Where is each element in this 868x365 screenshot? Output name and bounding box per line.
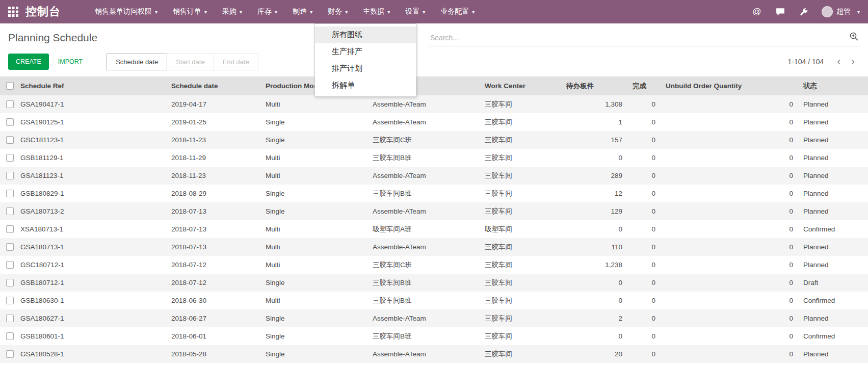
table-cell: Multi <box>260 95 367 113</box>
row-select-cell <box>0 220 15 238</box>
table-cell: Planned <box>798 185 868 202</box>
table-cell: 157 <box>561 131 627 149</box>
row-checkbox[interactable] <box>6 297 14 304</box>
chat-icon[interactable] <box>775 6 786 17</box>
row-checkbox[interactable] <box>6 243 14 251</box>
nav-menu-label: 销售订单 <box>173 7 201 16</box>
row-checkbox[interactable] <box>6 136 14 144</box>
row-select-cell <box>0 345 15 363</box>
user-menu[interactable]: 超管 ▾ <box>822 6 860 17</box>
row-checkbox[interactable] <box>6 118 14 126</box>
row-checkbox[interactable] <box>6 315 14 322</box>
date-filter-button[interactable]: Start date <box>167 54 214 70</box>
column-header[interactable]: 完成 <box>627 76 661 95</box>
apps-grid-icon[interactable] <box>8 7 18 17</box>
table-cell: Confirmed <box>798 220 868 238</box>
table-cell: 0 <box>561 274 627 292</box>
nav-menu-item[interactable]: 制造 ▾ <box>285 0 320 23</box>
select-all-checkbox[interactable] <box>6 82 14 90</box>
table-cell: Single <box>260 274 367 292</box>
pager-next-icon[interactable]: › <box>846 56 860 67</box>
wrench-icon[interactable] <box>798 6 809 17</box>
column-header[interactable]: Work Center <box>480 76 561 95</box>
table-cell: 三胶车间 <box>480 113 561 131</box>
row-checkbox[interactable] <box>6 332 14 340</box>
row-checkbox[interactable] <box>6 154 14 162</box>
table-row[interactable]: GSA180713-22018-07-13SingleAssemble-ATea… <box>0 202 868 220</box>
row-checkbox[interactable] <box>6 279 14 286</box>
table-row[interactable]: GSA190417-12019-04-17MultiAssemble-ATeam… <box>0 95 868 113</box>
table-row[interactable]: XSA180713-12018-07-13Multi吸塑车间A班吸塑车间000C… <box>0 220 868 238</box>
table-cell: 0 <box>661 185 798 202</box>
table-row[interactable]: GSC180712-12018-07-12Multi三胶车间C班三胶车间1,23… <box>0 256 868 274</box>
table-row[interactable]: GSA180627-12018-06-27SingleAssemble-ATea… <box>0 309 868 327</box>
table-cell: 三胶车间 <box>480 238 561 256</box>
row-checkbox[interactable] <box>6 225 14 233</box>
table-cell: 0 <box>661 95 798 113</box>
column-header[interactable]: 状态 <box>798 76 868 95</box>
row-checkbox[interactable] <box>6 190 14 197</box>
row-checkbox[interactable] <box>6 100 14 108</box>
table-row[interactable]: GSB180829-12018-08-29Single三胶车间B班三胶车间120… <box>0 185 868 202</box>
nav-menu-item[interactable]: 财务 ▾ <box>320 0 355 23</box>
table-cell: GSA180713-1 <box>15 238 166 256</box>
dropdown-menu-item[interactable]: 所有图纸 <box>315 27 416 43</box>
nav-menu-item[interactable]: 设置 ▾ <box>398 0 433 23</box>
import-button[interactable]: IMPORT <box>58 58 83 65</box>
table-row[interactable]: GSA181123-12018-11-23MultiAssemble-ATeam… <box>0 167 868 185</box>
row-checkbox[interactable] <box>6 172 14 179</box>
column-header[interactable]: Unbuild Order Quantity <box>661 76 798 95</box>
table-cell: Planned <box>798 256 868 274</box>
pager-prev-icon[interactable]: ‹ <box>832 56 846 67</box>
nav-menu-item[interactable]: 销售菜单访问权限 ▾ <box>87 0 165 23</box>
dropdown-menu-item[interactable]: 排产计划 <box>315 60 416 77</box>
nav-menu-item[interactable]: 销售订单 ▾ <box>165 0 215 23</box>
table-cell: 0 <box>661 220 798 238</box>
column-header[interactable]: Schedule date <box>166 76 260 95</box>
nav-menu-item[interactable]: 主数据 ▾ <box>355 0 398 23</box>
table-row[interactable]: GSB180630-12018-06-30Multi三胶车间B班三胶车间000C… <box>0 292 868 309</box>
row-checkbox[interactable] <box>6 350 14 358</box>
dropdown-menu-item[interactable]: 拆解单 <box>315 77 416 94</box>
table-cell: Planned <box>798 202 868 220</box>
table-row[interactable]: GSA190125-12019-01-25SingleAssemble-ATea… <box>0 113 868 131</box>
table-cell: 三胶车间 <box>480 95 561 113</box>
create-button[interactable]: CREATE <box>8 54 49 70</box>
table-cell: 0 <box>627 238 661 256</box>
date-filter-button[interactable]: End date <box>214 54 258 70</box>
table-row[interactable]: GSA180713-12018-07-13MultiAssemble-ATeam… <box>0 238 868 256</box>
table-cell: 三胶车间B班 <box>367 292 480 309</box>
date-filter-button[interactable]: Schedule date <box>107 54 167 70</box>
row-checkbox[interactable] <box>6 207 14 215</box>
nav-menu-item[interactable]: 库存 ▾ <box>250 0 285 23</box>
row-checkbox[interactable] <box>6 261 14 269</box>
table-cell: 0 <box>661 202 798 220</box>
table-cell: 0 <box>561 149 627 167</box>
search-magnifier-icon[interactable] <box>849 32 859 43</box>
table-cell: 三胶车间 <box>480 292 561 309</box>
table-cell: 0 <box>661 131 798 149</box>
nav-menu-item[interactable]: 采购 ▾ <box>215 0 250 23</box>
at-mentions-icon[interactable]: @ <box>751 6 762 17</box>
nav-menu-item[interactable]: 业务配置 ▾ <box>433 0 482 23</box>
row-select-cell <box>0 256 15 274</box>
table-row[interactable]: GSB180712-12018-07-12Single三胶车间B班三胶车间000… <box>0 274 868 292</box>
dropdown-menu-item[interactable]: 生产排产 <box>315 43 416 60</box>
table-row[interactable]: GSB180601-12018-06-01Single三胶车间B班三胶车间000… <box>0 327 868 345</box>
table-cell: 0 <box>627 327 661 345</box>
table-cell: 2019-04-17 <box>166 95 260 113</box>
nav-menu-label: 制造 <box>293 7 307 16</box>
table-cell: 2018-08-29 <box>166 185 260 202</box>
app-brand[interactable]: 控制台 <box>25 4 61 19</box>
table-row[interactable]: GSA180528-12018-05-28SingleAssemble-ATea… <box>0 345 868 363</box>
table-cell: 三胶车间B班 <box>367 149 480 167</box>
table-cell: Single <box>260 113 367 131</box>
table-header-row: Schedule RefSchedule dateProduction Mode… <box>0 76 868 95</box>
table-row[interactable]: GSB181129-12018-11-29Multi三胶车间B班三胶车间000P… <box>0 149 868 167</box>
column-header[interactable]: Schedule Ref <box>15 76 166 95</box>
column-header[interactable]: 待办板件 <box>561 76 627 95</box>
table-cell: Multi <box>260 149 367 167</box>
table-cell: Planned <box>798 309 868 327</box>
table-row[interactable]: GSC181123-12018-11-23Single三胶车间C班三胶车间157… <box>0 131 868 149</box>
search-input[interactable] <box>430 34 845 42</box>
